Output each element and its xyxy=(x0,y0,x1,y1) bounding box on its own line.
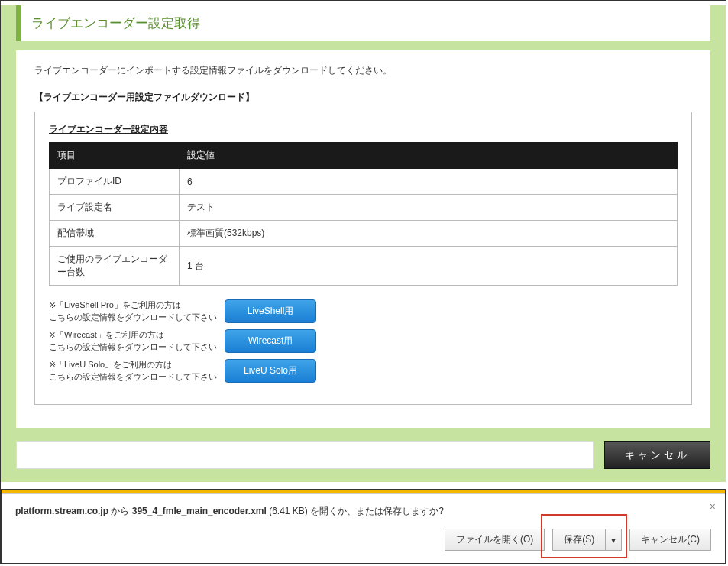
download-notification-bar: × platform.stream.co.jp から 395_4_fmle_ma… xyxy=(2,493,725,563)
sub-heading: ライブエンコーダー設定内容 xyxy=(49,123,678,136)
download-tail: を開くか、または保存しますか? xyxy=(310,506,444,516)
chevron-down-icon: ▾ xyxy=(611,535,616,545)
content-panel: ライブエンコーダーにインポートする設定情報ファイルをダウンロードしてください。 … xyxy=(16,50,710,428)
cancel-download-button[interactable]: キャンセル(C) xyxy=(629,529,711,551)
table-row: ご使用のライブエンコーダー台数 1 台 xyxy=(50,247,678,286)
download-bar-wrap: × platform.stream.co.jp から 395_4_fmle_ma… xyxy=(1,489,726,564)
table-row: 配信帯域 標準画質(532kbps) xyxy=(50,221,678,247)
download-row-liveshell: ※「LiveShell Pro」をご利用の方は こちらの設定情報をダウンロードし… xyxy=(49,299,678,323)
table-header-item: 項目 xyxy=(50,143,180,169)
download-note: ※「Wirecast」をご利用の方は こちらの設定情報をダウンロードして下さい xyxy=(49,329,225,353)
footer-spacer xyxy=(16,441,594,469)
page-title: ライブエンコーダー設定取得 xyxy=(31,15,700,32)
liveshell-download-button[interactable]: LiveShell用 xyxy=(225,299,316,323)
save-button-group: 保存(S) ▾ xyxy=(552,529,622,551)
row-label: ご使用のライブエンコーダー台数 xyxy=(50,247,180,286)
settings-table: 項目 設定値 プロファイルID 6 ライブ設定名 テスト 配信帯域 xyxy=(49,142,678,286)
row-value: 標準画質(532kbps) xyxy=(180,221,678,247)
cancel-button[interactable]: キャンセル xyxy=(604,441,710,469)
page-header: ライブエンコーダー設定取得 xyxy=(16,5,710,41)
close-icon[interactable]: × xyxy=(710,500,716,513)
open-file-button[interactable]: ファイルを開く(O) xyxy=(445,529,545,551)
intro-text: ライブエンコーダーにインポートする設定情報ファイルをダウンロードしてください。 xyxy=(34,64,692,77)
download-from: から xyxy=(108,506,132,516)
save-dropdown-button[interactable]: ▾ xyxy=(605,529,622,551)
liveu-solo-download-button[interactable]: LiveU Solo用 xyxy=(225,359,316,383)
row-value: 6 xyxy=(180,169,678,195)
row-label: 配信帯域 xyxy=(50,221,180,247)
table-row: プロファイルID 6 xyxy=(50,169,678,195)
wirecast-download-button[interactable]: Wirecast用 xyxy=(225,329,316,353)
row-value: テスト xyxy=(180,195,678,221)
save-button[interactable]: 保存(S) xyxy=(552,529,605,551)
download-row-wirecast: ※「Wirecast」をご利用の方は こちらの設定情報をダウンロードして下さい … xyxy=(49,329,678,353)
download-size: (6.41 KB) xyxy=(267,506,310,516)
row-label: プロファイルID xyxy=(50,169,180,195)
download-actions: ファイルを開く(O) 保存(S) ▾ キャンセル(C) xyxy=(15,529,711,551)
download-domain: platform.stream.co.jp xyxy=(15,506,108,516)
table-row: ライブ設定名 テスト xyxy=(50,195,678,221)
download-message: platform.stream.co.jp から 395_4_fmle_main… xyxy=(15,505,711,518)
section-heading: 【ライブエンコーダー用設定ファイルダウンロード】 xyxy=(34,91,692,104)
download-note: ※「LiveU Solo」をご利用の方は こちらの設定情報をダウンロードして下さ… xyxy=(49,359,225,383)
table-header-value: 設定値 xyxy=(180,143,678,169)
download-row-liveu: ※「LiveU Solo」をご利用の方は こちらの設定情報をダウンロードして下さ… xyxy=(49,359,678,383)
footer-row: キャンセル xyxy=(16,441,710,469)
row-value: 1 台 xyxy=(180,247,678,286)
download-filename: 395_4_fmle_main_encoder.xml xyxy=(132,506,267,516)
row-label: ライブ設定名 xyxy=(50,195,180,221)
config-box: ライブエンコーダー設定内容 項目 設定値 プロファイルID 6 ライブ設定名 xyxy=(34,112,692,405)
download-note: ※「LiveShell Pro」をご利用の方は こちらの設定情報をダウンロードし… xyxy=(49,299,225,323)
